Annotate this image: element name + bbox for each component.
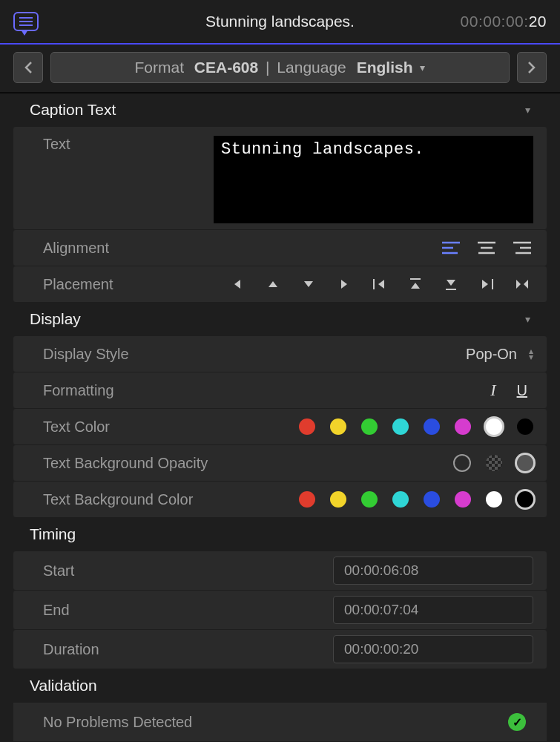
validation-section-label: Validation	[30, 677, 97, 695]
header-title: Stunning landscapes.	[205, 13, 355, 30]
opacity-semi-swatch[interactable]	[486, 455, 502, 471]
display-style-label: Display Style	[43, 346, 214, 363]
display-style-row: Display Style Pop-On ▴▾	[13, 336, 547, 372]
placement-row: Placement	[13, 266, 547, 302]
validation-status-row: No Problems Detected ✓	[13, 703, 547, 741]
validation-section-header: Validation	[0, 669, 560, 702]
center-button[interactable]	[511, 275, 533, 293]
chevron-down-icon: ▾	[525, 313, 530, 325]
text-color-magenta-swatch[interactable]	[455, 418, 471, 435]
caption-icon	[13, 12, 39, 31]
start-label: Start	[43, 562, 214, 580]
start-row: Start 00:00:06:08	[13, 551, 547, 590]
format-label: Format	[135, 59, 185, 76]
align-right-button[interactable]	[511, 239, 533, 257]
bg-color-row: Text Background Color	[13, 482, 547, 517]
format-bar: Format CEA-608 | Language English ▾	[0, 45, 560, 93]
text-color-blue-swatch[interactable]	[424, 418, 440, 435]
placement-label: Placement	[43, 276, 214, 293]
duration-label: Duration	[43, 641, 214, 658]
alignment-label: Alignment	[43, 240, 214, 257]
caption-text-section-label: Caption Text	[30, 101, 116, 119]
opacity-none-swatch[interactable]	[453, 454, 471, 472]
text-color-red-swatch[interactable]	[299, 418, 315, 435]
alignment-row: Alignment	[13, 230, 547, 266]
end-time-input[interactable]: 00:00:07:04	[333, 596, 533, 624]
text-color-yellow-swatch[interactable]	[330, 418, 346, 435]
timecode-frames: 20	[529, 13, 547, 30]
start-time-input[interactable]: 00:00:06:08	[333, 556, 533, 585]
bg-color-yellow-swatch[interactable]	[330, 491, 346, 508]
underline-button[interactable]: U	[517, 382, 527, 399]
check-icon: ✓	[508, 713, 526, 731]
validation-status-text: No Problems Detected	[43, 714, 192, 731]
move-far-right-button[interactable]	[475, 275, 498, 293]
timing-section-label: Timing	[30, 525, 76, 543]
caption-text-section-header[interactable]: Caption Text ▾	[0, 93, 560, 126]
italic-button[interactable]: I	[490, 381, 495, 400]
chevron-down-icon: ▾	[525, 104, 530, 116]
opacity-full-swatch[interactable]	[517, 455, 533, 471]
text-color-cyan-swatch[interactable]	[392, 418, 409, 435]
bg-color-green-swatch[interactable]	[361, 491, 378, 508]
display-style-value[interactable]: Pop-On	[466, 346, 517, 363]
bg-color-blue-swatch[interactable]	[424, 491, 440, 508]
formatting-label: Formatting	[43, 382, 214, 399]
text-color-black-swatch[interactable]	[517, 418, 533, 435]
bg-color-red-swatch[interactable]	[299, 491, 315, 508]
stepper-icon[interactable]: ▴▾	[529, 348, 533, 360]
formatting-row: Formatting I U	[13, 372, 547, 408]
text-color-row: Text Color	[13, 409, 547, 444]
header-timecode: 00:00:00:20	[461, 13, 547, 30]
bg-color-black-swatch[interactable]	[517, 491, 533, 508]
display-section-label: Display	[30, 310, 81, 328]
format-value: CEA-608	[194, 59, 258, 76]
timing-section-header: Timing	[0, 518, 560, 551]
move-up-button[interactable]	[262, 275, 284, 293]
bg-color-cyan-swatch[interactable]	[392, 491, 409, 508]
inspector-header: Stunning landscapes. 00:00:00:20	[0, 0, 560, 45]
caption-text-input[interactable]	[214, 136, 533, 223]
move-down-button[interactable]	[297, 275, 320, 293]
move-far-up-button[interactable]	[404, 275, 426, 293]
bg-opacity-row: Text Background Opacity	[13, 445, 547, 481]
move-right-button[interactable]	[333, 275, 355, 293]
bg-opacity-label: Text Background Opacity	[43, 455, 214, 472]
language-label: Language	[277, 59, 346, 76]
text-color-label: Text Color	[43, 418, 214, 436]
chevron-down-icon: ▾	[420, 62, 425, 73]
bg-color-label: Text Background Color	[43, 491, 214, 508]
text-color-green-swatch[interactable]	[361, 418, 378, 435]
display-section-header[interactable]: Display ▾	[0, 303, 560, 335]
align-center-button[interactable]	[475, 239, 498, 257]
text-row: Text	[13, 127, 547, 229]
move-far-left-button[interactable]	[369, 275, 391, 293]
bg-color-magenta-swatch[interactable]	[455, 491, 471, 508]
bg-color-white-swatch[interactable]	[486, 491, 502, 508]
timecode-prefix: 00:00:00:	[461, 13, 529, 30]
move-left-button[interactable]	[226, 275, 248, 293]
align-left-button[interactable]	[440, 239, 462, 257]
format-language-dropdown[interactable]: Format CEA-608 | Language English ▾	[50, 52, 510, 83]
next-caption-button[interactable]	[517, 52, 547, 83]
move-far-down-button[interactable]	[440, 275, 462, 293]
end-label: End	[43, 602, 214, 619]
text-color-white-swatch[interactable]	[486, 418, 502, 435]
duration-row: Duration 00:00:00:20	[13, 630, 547, 669]
end-row: End 00:00:07:04	[13, 591, 547, 629]
duration-time-input[interactable]: 00:00:00:20	[333, 635, 533, 663]
prev-caption-button[interactable]	[13, 52, 43, 83]
text-label: Text	[43, 136, 214, 153]
language-value: English	[357, 59, 413, 76]
